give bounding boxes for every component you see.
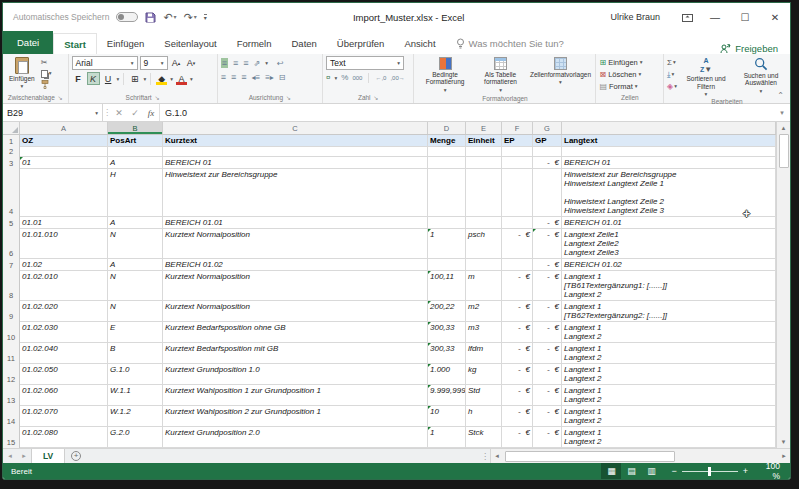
percent-style-icon[interactable]: % (341, 73, 348, 82)
cell-D15[interactable]: 1 (428, 427, 466, 448)
cell-C13[interactable]: Kurztext Wahlposition 1 zur Grundpositio… (163, 385, 428, 406)
cell-D7[interactable] (428, 259, 466, 271)
cell-B7[interactable]: A (108, 259, 163, 271)
row-header-2[interactable]: 2 (3, 147, 20, 157)
row-header-11[interactable]: 11 (3, 343, 20, 364)
cut-button[interactable]: ✂ (41, 58, 52, 67)
cell-E8[interactable]: m (466, 271, 502, 301)
cell-E4[interactable] (466, 169, 502, 217)
fill-button[interactable]: ⤓▾ (667, 70, 677, 79)
cell-A8[interactable]: 01.02.010 (20, 271, 108, 301)
insert-function-icon[interactable]: fx (143, 104, 159, 121)
cell-C10[interactable]: Kurztext Bedarfsposition ohne GB (163, 322, 428, 343)
cell-A14[interactable]: 01.02.070 (20, 406, 108, 427)
wrap-text-icon[interactable]: ↩ (277, 59, 284, 68)
cell-E7[interactable] (466, 259, 502, 271)
row-header-4[interactable]: 4 (3, 169, 20, 217)
column-header-b[interactable]: B (108, 122, 163, 134)
cell-H7[interactable]: BEREICH 01.02 (562, 259, 776, 271)
row-header-13[interactable]: 13 (3, 385, 20, 406)
row-header-6[interactable]: 6 (3, 229, 20, 259)
cell-G13[interactable]: -€ (533, 385, 562, 406)
cell-styles-button[interactable]: Zellenformatvorlagen ▾ (528, 56, 592, 87)
decrease-indent-icon[interactable]: ◂≡ (251, 73, 260, 82)
page-break-view-icon[interactable]: ▥ (641, 463, 661, 479)
cell-F5[interactable] (502, 217, 533, 229)
cell-B2[interactable] (108, 147, 163, 157)
align-bottom-icon[interactable]: ≡ (243, 58, 248, 68)
alignment-dialog-launcher-icon[interactable]: ↘ (286, 94, 291, 101)
cell-B11[interactable]: B (108, 343, 163, 364)
horizontal-scroll-thumb[interactable] (505, 451, 675, 462)
font-color-button[interactable]: A (175, 72, 188, 85)
grow-font-button[interactable]: A▴ (170, 57, 183, 70)
cell-F15[interactable]: -€ (502, 427, 533, 448)
format-as-table-button[interactable]: Als Tabelle formatieren ▾ (476, 56, 526, 94)
cell-E6[interactable]: psch (466, 229, 502, 259)
cell-B9[interactable]: N (108, 301, 163, 322)
cell-H2[interactable] (562, 147, 776, 157)
vertical-scroll-thumb[interactable] (779, 134, 789, 168)
cell-B5[interactable]: A (108, 217, 163, 229)
tab-daten[interactable]: Daten (282, 33, 327, 54)
cell-G5[interactable]: -€ (533, 217, 562, 229)
cell-G12[interactable]: -€ (533, 364, 562, 385)
cell-B1[interactable]: PosArt (108, 135, 163, 147)
cell-D13[interactable]: 9.999,999 (428, 385, 466, 406)
bold-button[interactable]: F (72, 72, 85, 85)
cell-A9[interactable]: 01.02.020 (20, 301, 108, 322)
cell-A4[interactable] (20, 169, 108, 217)
cell-D3[interactable] (428, 157, 466, 169)
align-right-icon[interactable]: ≡ (241, 72, 246, 82)
cell-B10[interactable]: E (108, 322, 163, 343)
zoom-in-icon[interactable]: + (743, 466, 748, 476)
cell-F3[interactable] (502, 157, 533, 169)
clear-button[interactable]: ◈▾ (667, 82, 677, 91)
cell-C3[interactable]: BEREICH 01 (163, 157, 428, 169)
cell-B6[interactable]: N (108, 229, 163, 259)
row-header-1[interactable]: 1 (3, 135, 20, 147)
cell-F12[interactable]: -€ (502, 364, 533, 385)
cell-G14[interactable]: -€ (533, 406, 562, 427)
cell-A3[interactable]: 01 (20, 157, 108, 169)
cell-C15[interactable]: Kurztext Grundposition 2.0 (163, 427, 428, 448)
sheet-nav-right-icon[interactable]: ▸ (17, 449, 31, 463)
align-top-icon[interactable]: ≡ (221, 58, 228, 68)
cell-A2[interactable] (20, 147, 108, 157)
cell-H14[interactable]: Langtext 1Langtext 2 (562, 406, 776, 427)
cell-A13[interactable]: 01.02.060 (20, 385, 108, 406)
cell-G1[interactable]: GP (533, 135, 562, 147)
cell-C7[interactable]: BEREICH 01.02 (163, 259, 428, 271)
font-name-combo[interactable]: Arial▾ (72, 56, 138, 70)
cell-F6[interactable]: -€ (502, 229, 533, 259)
cell-F10[interactable]: -€ (502, 322, 533, 343)
cell-H9[interactable]: Langtext 1[TB62Textergänzung2: [......]] (562, 301, 776, 322)
cell-H12[interactable]: Langtext 1Langtext 2 (562, 364, 776, 385)
column-header-d[interactable]: D (428, 122, 466, 134)
cell-C12[interactable]: Kurztext Grundposition 1.0 (163, 364, 428, 385)
cell-E12[interactable]: kg (466, 364, 502, 385)
align-middle-icon[interactable]: ≡ (233, 58, 238, 68)
cell-A6[interactable]: 01.01.010 (20, 229, 108, 259)
cell-D1[interactable]: Menge (428, 135, 466, 147)
cell-D11[interactable]: 300,33 (428, 343, 466, 364)
sort-filter-button[interactable]: AZ▼ Sortieren und Filtern ▾ (680, 56, 732, 98)
cell-G15[interactable]: -€ (533, 427, 562, 448)
cancel-entry-icon[interactable]: ✕ (111, 104, 127, 121)
maximize-button[interactable]: ☐ (730, 3, 760, 31)
cell-G3[interactable]: -€ (533, 157, 562, 169)
tab--berpr-fen[interactable]: Überprüfen (327, 33, 395, 54)
cell-C6[interactable]: Kurztext Normalposition (163, 229, 428, 259)
cell-H15[interactable]: Langtext 1Langtext 2 (562, 427, 776, 448)
name-box[interactable]: B29▾ (3, 104, 103, 121)
cell-D9[interactable]: 200,22 (428, 301, 466, 322)
tab-datei[interactable]: Datei (3, 31, 53, 54)
increase-decimal-icon[interactable]: ←,0 (375, 75, 386, 81)
cell-C1[interactable]: Kurztext (163, 135, 428, 147)
sheet-nav-left-icon[interactable]: ◂ (3, 449, 17, 463)
row-header-12[interactable]: 12 (3, 364, 20, 385)
delete-cells-button[interactable]: ⊠Löschen▾ (599, 69, 642, 80)
scroll-right-icon[interactable]: ▸ (778, 452, 790, 460)
cell-G6[interactable]: -€ (533, 229, 562, 259)
zoom-slider[interactable] (682, 471, 738, 472)
